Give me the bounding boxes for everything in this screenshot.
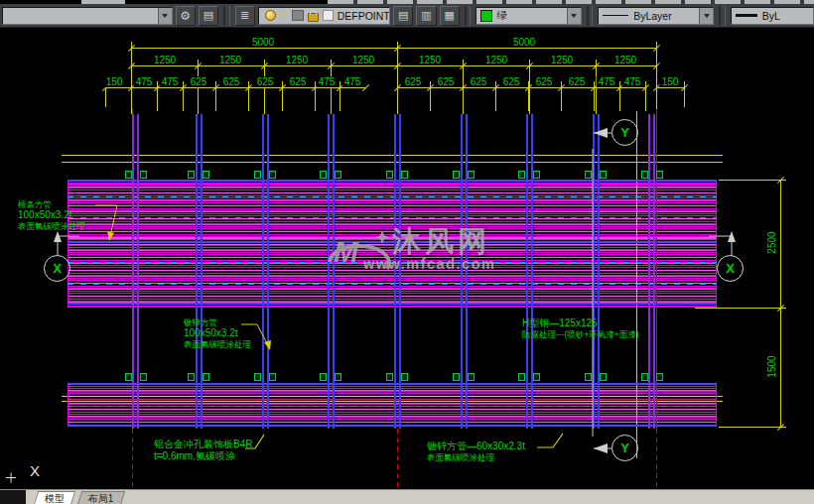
- extension-line: [397, 42, 398, 114]
- toolbar-separator: [719, 6, 726, 26]
- dim-label: 625: [221, 76, 242, 87]
- color-combo[interactable]: 绿: [475, 7, 581, 25]
- connection-clip: [386, 171, 393, 179]
- layers-icon: ▥: [421, 10, 431, 21]
- dim-label: 5000: [250, 37, 276, 48]
- color-swatch-green: [480, 10, 492, 22]
- dim-label-1500: 1500: [766, 353, 777, 379]
- layer-manager-icon: ≣: [240, 10, 249, 21]
- connection-clip: [585, 373, 592, 381]
- connection-clip: [320, 373, 327, 381]
- connection-clip: [468, 373, 475, 381]
- layer-lock-icon[interactable]: [308, 13, 319, 22]
- connection-clip: [518, 171, 525, 179]
- layout-tabs: 模型 布局1: [30, 491, 123, 504]
- connection-clip: [203, 373, 209, 381]
- workspace-combo[interactable]: [2, 7, 173, 25]
- section-marker-x-left: X: [44, 255, 70, 282]
- drawing-canvas[interactable]: 5000500012501250125012501250125012501250…: [0, 28, 814, 489]
- mullion-line: [137, 114, 139, 429]
- grid-centerline-red-dashed: [656, 429, 657, 488]
- dim-label: 625: [534, 76, 555, 87]
- chevron-down-icon[interactable]: [158, 8, 172, 24]
- tab-model[interactable]: 模型: [34, 491, 76, 504]
- dimension-line: [105, 87, 132, 88]
- section-marker-y-top: Y: [611, 119, 638, 146]
- layer-properties-manager-button[interactable]: ≣: [235, 6, 255, 26]
- dim-label: 625: [567, 76, 588, 87]
- dim-label: 5000: [511, 37, 537, 48]
- connection-clip: [641, 373, 648, 381]
- ucs-origin-cross-icon: [6, 472, 16, 482]
- connection-clip: [254, 171, 261, 179]
- dim-label: 1250: [284, 55, 310, 65]
- lineweight-sample-icon: [736, 14, 757, 17]
- grid-centerline-red-dashed: [397, 429, 398, 488]
- dim-label: 625: [255, 76, 276, 87]
- connection-clip: [656, 373, 663, 381]
- layer-plot-icon[interactable]: [292, 10, 304, 21]
- dim-label: 475: [160, 76, 181, 87]
- dim-label: 625: [469, 76, 489, 87]
- toolbar-separator: [465, 6, 472, 26]
- connection-clip: [269, 171, 276, 179]
- connection-clip: [656, 171, 663, 179]
- dim-label: 625: [403, 76, 424, 87]
- dimension-line: [695, 308, 786, 309]
- annotation-bottom-tube: 镀锌方管—60x30x2.3t 表面氟碳喷涂处理: [427, 441, 525, 462]
- connection-clip: [533, 373, 540, 381]
- layer-combo[interactable]: ☀ DEFPOINTS: [258, 7, 390, 25]
- connection-clip: [401, 171, 408, 179]
- statusbar-corner: [0, 490, 26, 504]
- purlin-line: [201, 114, 203, 429]
- connection-clip: [641, 171, 648, 179]
- layers-icon: ▦: [445, 10, 455, 21]
- annotation-purlin-top: 檩条方管 100x50x3.2t 表面氟碳喷涂处理: [18, 199, 85, 231]
- connection-clip: [335, 171, 341, 179]
- purlin-line: [598, 114, 600, 429]
- connection-clip: [468, 171, 475, 179]
- dimension-line: [656, 87, 684, 88]
- dim-label: 475: [342, 76, 363, 87]
- ucs-x-axis-label: X: [30, 462, 40, 479]
- dim-label: 625: [436, 76, 457, 87]
- color-value: 绿: [496, 9, 507, 23]
- section-marker-x-right: X: [717, 255, 744, 282]
- linetype-value: ByLayer: [633, 10, 672, 22]
- connection-clip: [386, 373, 393, 381]
- extension-line: [656, 42, 657, 114]
- dim-label-2500: 2500: [766, 229, 777, 255]
- layer-on-bulb-icon[interactable]: [265, 10, 276, 21]
- connection-clip: [533, 171, 540, 179]
- linetype-combo[interactable]: ByLayer: [598, 7, 714, 25]
- layer-color-swatch: [323, 10, 334, 21]
- louver-joint-dashed: [68, 284, 717, 285]
- dimension-line: [719, 427, 786, 428]
- layer-states-button[interactable]: ▤: [199, 6, 218, 26]
- layer-previous-button[interactable]: ▥: [416, 6, 436, 26]
- chevron-down-icon[interactable]: [567, 8, 581, 24]
- dim-label: 1250: [217, 55, 243, 65]
- layer-freeze-sun-icon[interactable]: ☀: [279, 10, 289, 21]
- louver-accent-stripe: [68, 184, 717, 186]
- settings-button[interactable]: ⚙: [176, 6, 196, 26]
- watermark-url: www.mfcad.com: [363, 256, 495, 272]
- make-layer-current-button[interactable]: ▤: [393, 6, 413, 26]
- connection-clip: [254, 373, 261, 381]
- connection-clip: [600, 171, 607, 179]
- dim-tick: [362, 84, 369, 91]
- louver-joint-dashed: [68, 196, 717, 197]
- autocad-window: { "toolbar": { "workspace_value": "", "l…: [0, 0, 814, 504]
- chevron-down-icon[interactable]: [699, 8, 713, 24]
- tab-layout1[interactable]: 布局1: [77, 491, 125, 504]
- dim-label: 475: [317, 76, 338, 87]
- dim-label: 625: [501, 76, 522, 87]
- layer-translate-button[interactable]: ▦: [440, 6, 460, 26]
- linetype-sample-icon: [603, 15, 628, 16]
- connection-clip: [518, 373, 525, 381]
- dim-label: 475: [622, 76, 643, 87]
- connection-clip: [453, 171, 460, 179]
- section-marker-y-bottom: Y: [611, 435, 638, 461]
- lineweight-combo[interactable]: ByL: [731, 7, 814, 25]
- connection-clip: [320, 171, 327, 179]
